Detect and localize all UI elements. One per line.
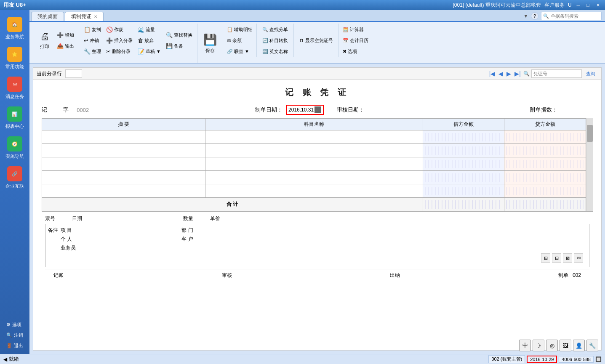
code-badge[interactable]: 4006-600-588 [559,356,594,363]
link-button[interactable]: 🔗 联查▼ [225,46,255,56]
sidebar-item-guide[interactable]: 🧭 实施导航 [0,133,29,163]
user-badge[interactable]: 002 (账套主管) [488,355,525,363]
action-button[interactable]: 🚫 作废 [104,24,135,35]
current-row-input[interactable] [65,69,82,78]
tidy-button[interactable]: 🔧 整理 [82,46,103,56]
sidebar-item-messages[interactable]: ✉ 消息任务 [0,73,29,103]
credit-cell[interactable] [504,130,586,144]
logout-item[interactable]: 🔍 注销 [3,330,27,340]
save-button[interactable]: 💾 保存 [201,31,219,56]
credit-cell[interactable] [504,171,586,184]
credit-cell[interactable] [504,184,586,198]
calculator-button[interactable]: 🧮 计算器 [341,24,370,35]
find-replace-button[interactable]: 🔍 查找替换 [164,30,195,40]
tab-voucher-close[interactable]: ✕ [94,14,97,19]
summary-cell[interactable] [42,144,205,157]
insert-split-button[interactable]: ➕ 插入分录 [104,35,135,45]
titlebar-close[interactable]: ✕ [594,2,602,8]
voucher-search-input[interactable] [531,69,582,78]
help-icon[interactable]: U [568,2,572,8]
export-button[interactable]: 📤 输出 [55,41,76,51]
sidebar-item-business[interactable]: 🏠 业务导航 [0,13,29,43]
account-cell[interactable] [205,157,423,171]
float-btn-4[interactable]: 🖼 [560,340,571,351]
add-button[interactable]: ➕ 增加 [55,30,76,40]
table-row[interactable] [42,144,586,157]
titlebar: 用友 U8+ [001] (default) 重庆阿可云渝中总部帐套 客户服务 … [0,0,605,10]
summary-cell[interactable] [42,130,205,144]
debit-cell[interactable] [423,184,504,198]
credit-cell[interactable] [504,157,586,171]
sidebar-item-common[interactable]: ⭐ 常用功能 [0,43,29,73]
summary-cell[interactable] [42,184,205,198]
icon-btn-2[interactable]: ⊟ [552,253,561,263]
flow-button[interactable]: 🌊 流量 [136,24,163,35]
tab-desktop[interactable]: 我的桌面 [31,12,64,21]
table-row[interactable] [42,171,586,184]
credit-cell[interactable] [504,144,586,157]
balance-button[interactable]: ⚖ 余额 [225,35,255,45]
find-split-button[interactable]: 🔍 查找分单 [260,24,290,35]
date-picker-btn[interactable]: … [314,106,321,113]
toolbar-add-export-col: ➕ 增加 📤 输出 [55,24,76,57]
service-dropdown[interactable]: 客户服务 [544,2,565,9]
next-record-btn[interactable]: ▶ [506,69,512,78]
options-item[interactable]: ⚙ 选项 [3,320,27,329]
account-cell[interactable] [205,130,423,144]
tab-search-input[interactable] [551,13,601,19]
prev-record-btn[interactable]: ◀ [498,69,504,78]
float-btn-5[interactable]: 👤 [573,340,585,351]
voucher-table-container: 摘 要 科目名称 借方金额 贷方金额 [42,118,593,211]
summary-cell[interactable] [42,171,205,184]
table-row[interactable] [42,130,586,144]
last-record-btn[interactable]: ▶| [514,69,522,78]
repeal-icon: ↩ [84,37,88,44]
account-cell[interactable] [205,144,423,157]
add-icon: ➕ [57,32,64,38]
exit-item[interactable]: 🚪 退出 [3,341,27,351]
float-btn-3[interactable]: ◎ [546,340,558,351]
debit-cell[interactable] [423,157,504,171]
icon-btn-3[interactable]: ⊠ [563,253,572,263]
date-badge[interactable]: 2016-10-29 [527,356,557,363]
titlebar-minimize[interactable]: ─ [575,2,582,8]
repeal-button[interactable]: ↩ 冲销 [82,35,103,45]
sidebar-item-enterprise[interactable]: 🔗 企业互联 [0,163,29,193]
debit-cell[interactable] [423,144,504,157]
account-cell[interactable] [205,184,423,198]
date-value[interactable]: 2016.10.31 [288,107,314,113]
table-row[interactable] [42,157,586,171]
summary-cell[interactable] [42,157,205,171]
nav-back-btn[interactable]: ◀ [3,356,7,362]
icon-btn-4[interactable]: ✉ [574,253,583,263]
titlebar-restore[interactable]: □ [585,2,591,8]
show-empty-button[interactable]: 🗒 显示空凭证号 [297,35,335,45]
backup-button[interactable]: 💾 备备 [164,41,195,51]
abandon-button[interactable]: 🗑 放弃 [136,35,163,45]
float-btn-2[interactable]: ☽ [533,340,544,351]
options-toolbar-button[interactable]: ✖ 选项 [341,46,370,56]
draft-button[interactable]: 📝 草稿▼ [136,46,163,56]
account-cell[interactable] [205,171,423,184]
voucher-title: 记 账 凭 证 [42,87,593,98]
cal-calendar-button[interactable]: 📅 会计日历 [341,35,370,45]
help-btn[interactable]: ? [531,12,538,20]
debit-cell[interactable] [423,171,504,184]
account-convert-button[interactable]: 🔄 科目转换 [260,35,290,45]
table-scrollbar[interactable] [586,118,593,211]
icon-btn-1[interactable]: ⊞ [541,253,550,263]
sidebar-item-reports[interactable]: 📊 报表中心 [0,103,29,133]
tab-voucher[interactable]: 填制凭证 ✕ [65,12,104,21]
float-btn-6[interactable]: 🔧 [586,340,598,351]
first-record-btn[interactable]: |◀ [488,69,496,78]
float-btn-1[interactable]: 中 [519,340,531,351]
debit-cell[interactable] [423,130,504,144]
helper-button[interactable]: 📋 辅助明细 [225,24,255,35]
tab-dropdown-icon[interactable]: ▼ [523,13,528,19]
table-row[interactable] [42,184,586,198]
print-button[interactable]: 🖨 打印 [35,24,54,57]
copy-button[interactable]: 📋 复制 [82,24,103,35]
english-name-button[interactable]: 🔤 英文名称 [260,46,290,56]
voucher-search-btn[interactable]: 查询 [584,70,598,78]
delete-split-button[interactable]: ✂ 删除分录 [104,46,135,56]
